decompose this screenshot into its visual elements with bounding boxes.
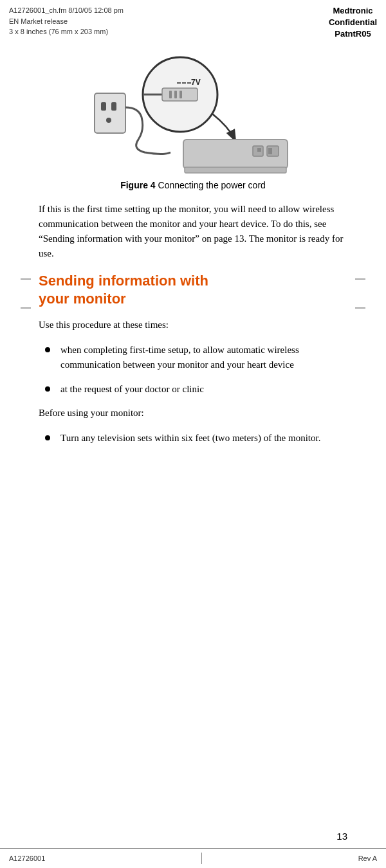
header-right: Medtronic Confidential PatntR05 xyxy=(329,5,377,41)
bullet-dot-2 xyxy=(45,386,50,392)
header-language: EN Market release xyxy=(9,16,124,27)
svg-text:7V: 7V xyxy=(191,78,201,87)
page-wrapper: A12726001_ch.fm 8/10/05 12:08 pm EN Mark… xyxy=(0,0,386,868)
before-using-text: Before using your monitor: xyxy=(39,406,347,420)
figure-caption-bold: Figure 4 xyxy=(120,180,155,190)
left-rule-bottom xyxy=(21,307,31,309)
page-number-area: 13 xyxy=(0,831,386,848)
header-brand-2: Confidential xyxy=(329,17,377,28)
right-rule-bottom xyxy=(355,307,365,309)
svg-rect-1 xyxy=(101,102,106,111)
figure-caption-rest: Connecting the power cord xyxy=(156,180,266,190)
bullet-text-3: Turn any television sets within six feet… xyxy=(60,431,347,446)
left-rule-top xyxy=(21,278,31,280)
header-dimensions: 3 x 8 inches (76 mm x 203 mm) xyxy=(9,26,124,37)
right-rule-top xyxy=(355,278,365,280)
svg-rect-20 xyxy=(185,167,286,173)
intro-paragraph: If this is the first time setting up the… xyxy=(39,202,347,262)
figure-svg: 7V xyxy=(93,56,293,175)
page-number: 13 xyxy=(336,831,347,842)
section-heading: Sending information with your monitor xyxy=(39,272,347,309)
main-content: 7V xyxy=(0,43,386,831)
svg-rect-2 xyxy=(111,102,116,111)
header-left: A12726001_ch.fm 8/10/05 12:08 pm EN Mark… xyxy=(9,5,124,37)
use-procedure-text: Use this procedure at these times: xyxy=(39,318,347,332)
bullet-list-2: Turn any television sets within six feet… xyxy=(39,431,347,446)
figure-caption: Figure 4 Connecting the power cord xyxy=(120,180,266,190)
footer-doc-number: A12726001 xyxy=(9,854,45,862)
svg-rect-7 xyxy=(169,91,172,98)
header: A12726001_ch.fm 8/10/05 12:08 pm EN Mark… xyxy=(0,0,386,43)
footer: A12726001 Rev A xyxy=(0,848,386,868)
bullet-text-2: at the request of your doctor or clinic xyxy=(60,382,347,397)
svg-rect-8 xyxy=(174,91,177,98)
figure-container: 7V xyxy=(39,56,347,190)
bullet-dot-3 xyxy=(45,435,50,440)
header-file-info: A12726001_ch.fm 8/10/05 12:08 pm xyxy=(9,5,124,16)
section-heading-line1: Sending information with xyxy=(39,273,208,289)
bullet-item-2: at the request of your doctor or clinic xyxy=(39,382,347,397)
bullet-text-1: when completing first-time setup, to all… xyxy=(60,343,347,373)
bullet-item-3: Turn any television sets within six feet… xyxy=(39,431,347,446)
section-heading-line2: your monitor xyxy=(39,291,126,307)
bullet-list-1: when completing first-time setup, to all… xyxy=(39,343,347,397)
footer-revision: Rev A xyxy=(358,854,377,862)
bullet-dot-1 xyxy=(45,347,50,352)
svg-rect-18 xyxy=(257,148,261,152)
svg-rect-0 xyxy=(95,93,125,133)
footer-divider xyxy=(201,853,202,864)
section-heading-wrapper: Sending information with your monitor xyxy=(39,272,347,309)
bullet-item-1: when completing first-time setup, to all… xyxy=(39,343,347,373)
svg-rect-9 xyxy=(179,91,182,98)
svg-rect-19 xyxy=(268,148,272,154)
header-brand-1: Medtronic xyxy=(329,5,377,17)
svg-point-3 xyxy=(106,118,111,123)
header-brand-3: PatntR05 xyxy=(329,28,377,40)
figure-image: 7V xyxy=(93,56,293,175)
